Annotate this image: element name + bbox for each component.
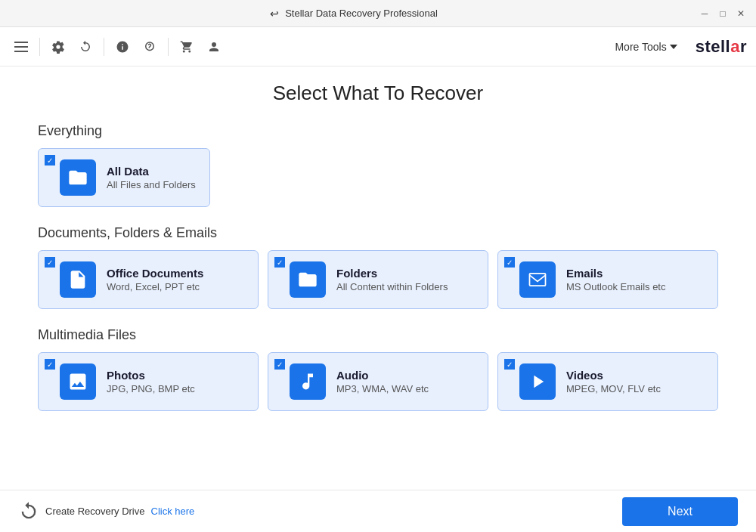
checkbox-audio[interactable] [274, 359, 285, 370]
card-subtitle-emails: MS Outlook Emails etc [566, 281, 666, 292]
svg-rect-3 [530, 274, 546, 286]
back-arrow-icon[interactable]: ↩ [270, 8, 279, 20]
card-audio[interactable]: AudioMP3, WMA, WAV etc [268, 352, 488, 411]
card-title-photos: Photos [107, 369, 195, 382]
icon-box-photos [60, 363, 96, 400]
checkbox-photos[interactable] [45, 359, 55, 370]
info-icon[interactable] [110, 35, 135, 59]
svg-rect-0 [14, 42, 28, 43]
recovery-drive-label: Create Recovery Drive [45, 506, 145, 517]
main-content: Select What To Recover Everything All Da… [0, 66, 756, 490]
next-button[interactable]: Next [622, 497, 738, 526]
icon-box-folders [290, 261, 326, 298]
card-all-data[interactable]: All DataAll Files and Folders [38, 148, 210, 207]
section-label-0: Everything [38, 123, 718, 139]
checkbox-folders[interactable] [274, 257, 285, 268]
window-title: Stellar Data Recovery Professional [285, 8, 438, 19]
help-icon[interactable] [138, 35, 162, 59]
recovery-icon[interactable] [73, 35, 98, 59]
card-subtitle-folders: All Content within Folders [336, 281, 448, 292]
section-label-2: Multimedia Files [38, 327, 718, 343]
menu-icon[interactable] [9, 35, 33, 59]
svg-rect-2 [14, 51, 28, 52]
separator-3 [168, 38, 169, 56]
section-label-1: Documents, Folders & Emails [38, 225, 718, 241]
card-office-docs[interactable]: Office DocumentsWord, Excel, PPT etc [38, 250, 259, 309]
card-emails[interactable]: EmailsMS Outlook Emails etc [497, 250, 718, 309]
card-title-folders: Folders [336, 267, 448, 280]
chevron-down-icon [670, 45, 677, 49]
more-tools-label: More Tools [615, 41, 666, 53]
card-photos[interactable]: PhotosJPG, PNG, BMP etc [38, 352, 259, 411]
card-videos[interactable]: VideosMPEG, MOV, FLV etc [497, 352, 718, 411]
stellar-logo: stellar [696, 37, 747, 57]
icon-box-all-data [60, 159, 96, 196]
close-button[interactable]: ✕ [735, 8, 747, 20]
card-folders[interactable]: FoldersAll Content within Folders [268, 250, 488, 309]
account-icon[interactable] [202, 35, 226, 59]
section-0: Everything All DataAll Files and Folders [38, 123, 718, 207]
minimize-button[interactable]: ─ [699, 8, 711, 20]
title-bar: ↩ Stellar Data Recovery Professional ─ □… [0, 0, 756, 27]
checkbox-emails[interactable] [504, 257, 515, 268]
checkbox-videos[interactable] [504, 359, 515, 370]
card-title-emails: Emails [566, 267, 666, 280]
click-here-link[interactable]: Click here [151, 506, 195, 517]
card-title-office-docs: Office Documents [107, 267, 203, 280]
card-subtitle-all-data: All Files and Folders [107, 179, 196, 190]
icon-box-emails [519, 261, 556, 298]
card-subtitle-videos: MPEG, MOV, FLV etc [566, 383, 661, 394]
cart-icon[interactable] [175, 35, 199, 59]
icon-box-videos [519, 363, 556, 400]
svg-rect-1 [14, 46, 28, 48]
toolbar: More Tools stellar [0, 27, 756, 66]
separator-2 [104, 38, 104, 56]
card-title-videos: Videos [566, 369, 661, 382]
icon-box-office-docs [60, 261, 96, 298]
card-title-audio: Audio [336, 369, 429, 382]
checkbox-office-docs[interactable] [45, 257, 55, 268]
card-title-all-data: All Data [107, 165, 196, 178]
card-subtitle-photos: JPG, PNG, BMP etc [107, 383, 195, 394]
icon-box-audio [290, 363, 326, 400]
more-tools-button[interactable]: More Tools [609, 38, 683, 56]
card-subtitle-office-docs: Word, Excel, PPT etc [107, 281, 203, 292]
settings-icon[interactable] [46, 35, 70, 59]
separator-1 [39, 38, 40, 56]
card-subtitle-audio: MP3, WMA, WAV etc [336, 383, 429, 394]
footer: Create Recovery Drive Click here Next [0, 490, 756, 532]
section-1: Documents, Folders & Emails Office Docum… [38, 225, 718, 309]
recovery-drive-icon [18, 501, 39, 522]
page-title: Select What To Recover [38, 82, 718, 105]
checkbox-all-data[interactable] [45, 155, 55, 165]
maximize-button[interactable]: □ [717, 8, 729, 20]
section-2: Multimedia Files PhotosJPG, PNG, BMP etc… [38, 327, 718, 411]
